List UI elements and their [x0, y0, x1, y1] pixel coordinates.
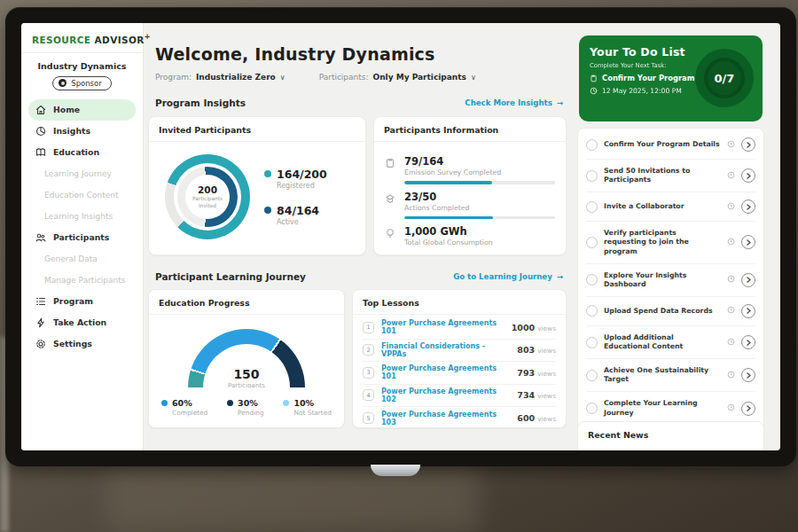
- chevron-down-icon: ∨: [280, 74, 286, 82]
- task-checkbox[interactable]: [586, 139, 598, 151]
- lesson-views: 793: [517, 368, 535, 378]
- todo-tasks-card: Confirm Your Program Details Send 50 Inv…: [577, 128, 764, 450]
- task-checkbox[interactable]: [586, 305, 598, 317]
- active-label: Active: [277, 218, 319, 226]
- sidebar-item-learning-journey[interactable]: Learning Journey: [28, 163, 136, 184]
- sidebar-item-education[interactable]: Education: [28, 142, 136, 163]
- invited-donut-chart: 200 Participants Invited: [165, 154, 250, 239]
- sidebar-item-participants[interactable]: Participants: [28, 227, 136, 248]
- task-row: Send 50 Invitations to Participants: [586, 160, 755, 192]
- task-open-button[interactable]: [741, 273, 755, 287]
- invited-count: 200: [198, 184, 217, 195]
- task-label: Upload Additional Educational Content: [604, 333, 721, 351]
- participants-information-rows: 79/164 Emission Survey Completed 23/50 A…: [374, 142, 566, 258]
- sidebar-item-label: Participants: [53, 232, 109, 242]
- invited-participants-chart: 200 Participants Invited 164/200 Registe…: [149, 142, 365, 252]
- completed-value: 60%: [172, 398, 207, 408]
- consumption-label: Total Global Consumption: [404, 239, 555, 246]
- sidebar-item-program[interactable]: Program: [28, 291, 136, 312]
- lesson-title-link[interactable]: Power Purchase Agreements 101: [381, 319, 505, 335]
- learning-journey-header: Participant Learning Journey Go to Learn…: [148, 271, 567, 282]
- not-started-dot-icon: [283, 400, 289, 406]
- lesson-row: 1 Power Purchase Agreements 101 1000view…: [363, 317, 556, 340]
- check-more-insights-label: Check More Insights: [465, 98, 552, 107]
- lesson-views-label: views: [537, 392, 556, 400]
- active-dot-icon: [264, 207, 271, 214]
- program-filter-dropdown[interactable]: Program: Industrialize Zero ∨: [155, 73, 286, 82]
- lesson-title-link[interactable]: Power Purchase Agreements 101: [381, 364, 510, 380]
- recent-news-title: Recent News: [578, 422, 763, 446]
- clock-icon: [727, 275, 735, 285]
- lesson-title-link[interactable]: Power Purchase Agreements 102: [381, 387, 510, 403]
- task-open-button[interactable]: [741, 304, 755, 318]
- chevron-down-icon: ∨: [471, 74, 476, 82]
- task-open-button[interactable]: [741, 235, 755, 249]
- go-to-learning-journey-link[interactable]: Go to Learning Journey →: [453, 272, 563, 281]
- top-lessons-list: 1 Power Purchase Agreements 101 1000view…: [353, 315, 566, 432]
- task-checkbox[interactable]: [586, 370, 598, 381]
- participants-information-card: Participants Information 79/164 Emission…: [373, 116, 567, 255]
- todo-column: Your To Do List Complete Your Next Task:…: [577, 23, 764, 450]
- sidebar-item-home[interactable]: Home: [28, 99, 136, 121]
- lesson-rank: 3: [363, 367, 374, 379]
- task-open-button[interactable]: [741, 137, 755, 152]
- pending-label: Pending: [238, 409, 264, 417]
- consumption-value: 1,000 GWh: [404, 225, 555, 238]
- learning-journey-title: Participant Learning Journey: [155, 271, 306, 282]
- gauge-value: 150: [188, 367, 305, 381]
- legend-completed: 60% Completed: [161, 398, 207, 417]
- task-open-button[interactable]: [741, 402, 755, 416]
- participants-information-title: Participants Information: [374, 117, 566, 142]
- sidebar-item-manage-participants[interactable]: Manage Participants: [28, 270, 136, 291]
- actions-label: Actions Completed: [404, 204, 555, 212]
- lesson-views: 1000: [512, 323, 535, 332]
- lesson-views-label: views: [537, 415, 556, 423]
- lesson-title-link[interactable]: Power Purchase Agreements 103: [381, 411, 510, 426]
- task-checkbox[interactable]: [586, 170, 598, 182]
- pending-dot-icon: [227, 400, 233, 406]
- clock-icon: [727, 171, 735, 181]
- legend-pending: 30% Pending: [227, 398, 264, 417]
- lesson-title-link[interactable]: Financial Considerations - VPPAs: [381, 342, 510, 358]
- task-checkbox[interactable]: [586, 237, 598, 248]
- legend-registered: 164/200 Registered: [264, 168, 327, 190]
- check-more-insights-link[interactable]: Check More Insights →: [465, 98, 563, 107]
- survey-icon: [385, 155, 396, 184]
- registered-value: 164/200: [277, 168, 327, 181]
- task-open-button[interactable]: [741, 335, 755, 349]
- sponsor-badge: Sponsor: [52, 76, 112, 90]
- sidebar-item-learning-insights[interactable]: Learning Insights: [28, 206, 136, 227]
- todo-counter: 0/7: [715, 72, 735, 85]
- task-checkbox[interactable]: [586, 201, 598, 213]
- task-checkbox[interactable]: [586, 403, 598, 414]
- lesson-views-label: views: [537, 370, 556, 378]
- sidebar-item-take-action[interactable]: Take Action: [28, 312, 136, 333]
- task-checkbox[interactable]: [586, 274, 598, 286]
- sidebar-item-label: Program: [53, 296, 93, 306]
- lesson-views: 600: [517, 413, 535, 423]
- task-open-button[interactable]: [741, 200, 755, 214]
- sidebar-item-settings[interactable]: Settings: [28, 333, 136, 355]
- task-label: Upload Spend Data Records: [604, 307, 721, 316]
- task-row: Upload Additional Educational Content: [586, 326, 755, 359]
- sidebar-item-insights[interactable]: Insights: [28, 121, 136, 142]
- sidebar-item-label: Learning Insights: [44, 212, 113, 221]
- take-action-icon: [35, 317, 46, 328]
- task-open-button[interactable]: [741, 368, 755, 382]
- task-checkbox[interactable]: [586, 337, 598, 348]
- task-open-button[interactable]: [741, 168, 755, 183]
- program-icon: [35, 296, 46, 307]
- sidebar-item-label: Education Content: [44, 191, 118, 200]
- actions-icon: [385, 191, 396, 220]
- invited-count-label: Participants Invited: [188, 196, 227, 208]
- logo-advisor: ADVISOR: [95, 35, 145, 45]
- sidebar-item-general-data[interactable]: General Data: [28, 248, 136, 270]
- legend-active: 84/164 Active: [264, 204, 327, 226]
- task-label: Verify participants requesting to join t…: [604, 229, 721, 255]
- sidebar-item-label: General Data: [44, 254, 98, 263]
- sidebar-item-education-content[interactable]: Education Content: [28, 184, 136, 206]
- participants-filter-dropdown[interactable]: Participants: Only My Participants ∨: [319, 73, 476, 82]
- pending-value: 30%: [238, 398, 264, 408]
- task-row: Upload Spend Data Records: [586, 297, 755, 326]
- top-lessons-title: Top Lessons: [353, 290, 566, 315]
